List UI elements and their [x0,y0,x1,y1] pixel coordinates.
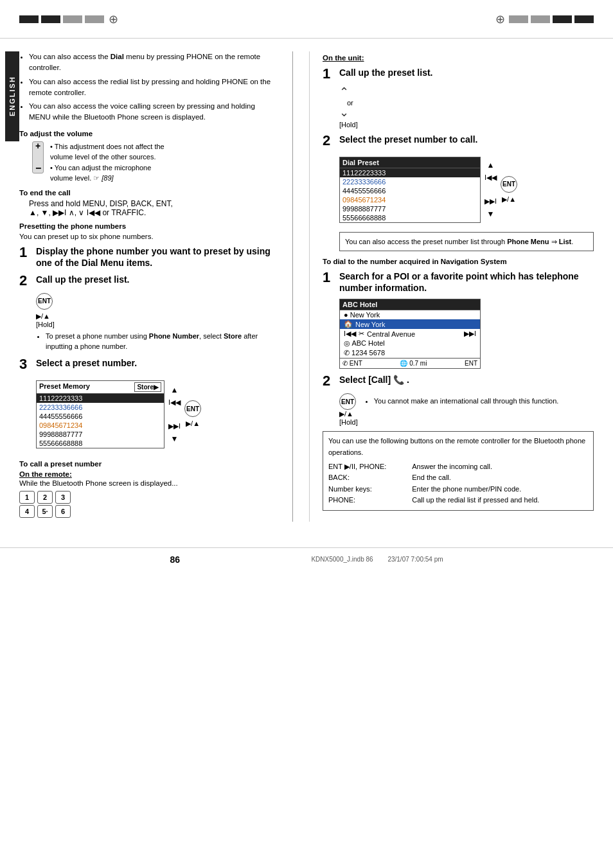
num-key-1: 1 [19,491,35,504]
prev-track-icon: I◀◀ [168,398,181,407]
intro-bullets: You can also access the Dial menu by pre… [19,51,276,123]
volume-header: To adjust the volume [19,130,276,137]
num-key-row-2: 4 5· 6 [19,505,276,518]
info-label-4: PHONE: [328,495,412,506]
right-step1: 1 Call up the preset list. [323,67,594,81]
num-key-5: 5· [37,505,53,518]
nav-step1: 1 Search for a POI or a favorite point w… [323,270,594,294]
down-chevron: ⌄ [339,107,349,120]
dial-ent-area: ENT ▶/▲ [501,176,517,204]
up-chevron: ⌃ [339,86,349,99]
bottom-info-box: You can use the following buttons on the… [323,431,594,511]
volume-notes: • This adjustment does not affect thevol… [50,141,164,184]
hotel-bottom-mid: 🌐 0.7 mi [400,360,427,367]
hotel-bottom-left: ✆ ENT [342,360,362,367]
end-call-header: To end the call [19,189,276,197]
preset-list-infobox: You can also access the preset number li… [339,232,594,252]
num-key-3: 3 [55,491,71,504]
bar-block-7 [553,15,572,23]
left-step3-text: Select a preset number. [36,357,276,369]
bar-block-2 [41,15,60,23]
crosshair-left [107,13,120,26]
nav-play-label: ▶/▲ [339,410,358,418]
hotel-row-3-text: Central Avenue [367,330,415,338]
left-step3-table-area: Preset Memory Store▶ 11122223333 2223333… [36,376,276,452]
dial-row-4: 09845671234 [340,195,480,204]
nav-step2-row: Select [Call] 📞 . [339,374,594,385]
dial-next-track: ▶▶I [484,197,497,206]
preset-memory-table: Preset Memory Store▶ 11122223333 2223333… [36,380,164,448]
bar-block-5 [509,15,528,23]
volume-note-2: • You can adjust the microphonevolume le… [50,163,164,184]
preset-row-3: 44455556666 [37,412,164,421]
dial-scroll-up: ▲ [487,161,495,170]
date-text: 23/1/07 7:00:54 pm [387,556,443,563]
right-step1-number: 1 [323,67,335,81]
info-row-2: BACK: End the call. [328,472,588,484]
step2-hold-label: [Hold] [36,321,276,328]
step2-sub-1: To preset a phone number using Phone Num… [46,331,276,352]
scroll-down-arrow: ▼ [171,434,179,443]
right-step2-text: Select the preset number to call. [339,134,594,145]
dial-preset-table: Dial Preset 11122223333 22233336666 4445… [339,157,481,223]
step2-ent-diagram: ENT [36,293,276,310]
bullet-3: You can also access the voice calling sc… [29,101,276,123]
crosshair-right [493,13,506,26]
num-key-6: 6 [55,505,71,518]
on-unit-label: On the unit: [323,54,594,62]
nav-step2-call-icon: 📞 [393,375,404,385]
nav-step1-number: 1 [323,270,335,285]
left-step1-text: Display the phone number you want to pre… [36,245,276,269]
left-step2-controls: ENT ▶/▲ [Hold] To preset a phone number … [36,293,276,352]
right-step1-hold: [Hold] [339,121,594,128]
left-step1: 1 Display the phone number you want to p… [19,245,276,269]
or-label: or [347,99,353,107]
info-label-1: ENT ▶/II, PHONE: [328,461,412,473]
left-column: ENGLISH You can also access the Dial men… [19,51,276,522]
nav-step2-ent-area: ENT ▶/▲ [Hold] [339,393,358,426]
bottom-info-table: ENT ▶/II, PHONE: Answer the incoming cal… [328,461,588,506]
bullet-2: You can also access the redial list by p… [29,76,276,99]
info-row-4: PHONE: Call up the redial list if presse… [328,495,588,506]
right-step2: 2 Select the preset number to call. [323,134,594,148]
ent-button-1: ENT [36,293,53,310]
prev-track-hotel: I◀◀ [344,330,356,338]
info-value-2: End the call. [412,472,588,484]
column-divider [292,51,293,522]
nav-step2: 2 Select [Call] 📞 . [323,374,594,388]
end-call-text: Press and hold MENU, DISP, BACK, ENT, ▲,… [29,199,276,217]
preset-row-1: 11122223333 [37,394,164,403]
end-call-text-1: Press and hold MENU, DISP, BACK, ENT, [29,199,276,208]
preset-row-2: 22233336666 [37,403,164,412]
info-value-4: Call up the redial list if pressed and h… [412,495,588,506]
step2-play-label: ▶/▲ [36,312,276,321]
nav-step2-area: ENT ▶/▲ [Hold] You cannot make an intern… [339,393,594,426]
num-key-4: 4 [19,505,35,518]
dial-row-3: 44455556666 [340,186,480,195]
bar-block-8 [574,15,594,23]
on-remote-label: On the remote: [19,470,276,478]
hotel-row-4: ◎ ABC Hotel [340,339,480,348]
page: ENGLISH You can also access the Dial men… [0,0,613,868]
page-bottom: 86 KDNX5000_J.indb 86 23/1/07 7:00:54 pm [0,547,613,571]
bullet-1: You can also access the Dial menu by pre… [29,51,276,74]
preset-row-4: 09845671234 [37,421,164,430]
left-step1-number: 1 [19,245,32,260]
ent-button-2-area: ENT ▶/▲ [184,400,201,428]
dial-ent-button: ENT [501,176,517,193]
call-preset-header: To call a preset number [19,460,276,468]
bar-block-6 [531,15,550,23]
nav-step1-text: Search for a POI or a favorite point whi… [339,270,594,294]
preset-memory-title: Preset Memory [39,382,90,392]
nav-step1-table-area: ABC Hotel ● New York 🏠 New York I◀◀ ✂ Ce… [339,299,594,369]
top-bar [0,0,613,39]
hotel-row-5: ✆ 1234 5678 [340,348,480,358]
info-row-1: ENT ▶/II, PHONE: Answer the incoming cal… [328,461,588,473]
main-content: ENGLISH You can also access the Dial men… [0,39,613,535]
info-value-3: Enter the phone number/PIN code. [412,484,588,495]
dial-preset-area: Dial Preset 11122223333 22233336666 4445… [339,153,594,227]
hotel-row-2: 🏠 New York [340,319,480,329]
nav-ent-button: ENT [339,393,356,410]
hotel-row-3: I◀◀ ✂ Central Avenue ▶▶I [340,329,480,339]
left-step2-text: Call up the preset list. [36,274,276,285]
